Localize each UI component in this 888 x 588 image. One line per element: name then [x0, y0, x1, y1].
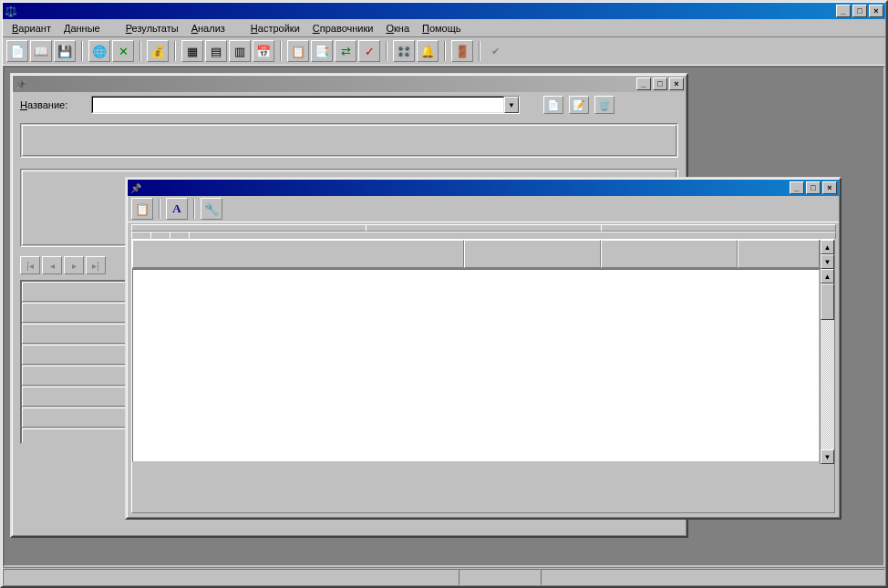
tb-exit[interactable]: 🚪 [451, 40, 473, 62]
col-header-end [601, 240, 738, 268]
text-scrollbar[interactable]: ▲ ▼ [820, 269, 834, 464]
loan-titlebar[interactable]: _ □ × [13, 76, 686, 92]
col-header-change [738, 240, 820, 268]
tb-transfer[interactable]: ⇄ [335, 40, 356, 62]
grid-header-name[interactable] [22, 282, 137, 302]
tab-efficiency[interactable] [189, 232, 836, 239]
status-indicator: ✔ [491, 46, 503, 57]
tb-excel[interactable]: ✕ [112, 40, 134, 62]
status-unit [459, 569, 541, 585]
menu-windows[interactable]: Окна [380, 22, 415, 35]
col-header-start [464, 240, 601, 268]
menu-settings[interactable]: Настройки [245, 22, 305, 35]
scroll-thumb[interactable] [821, 284, 834, 320]
tb-open[interactable]: 📖 [30, 40, 52, 62]
loan-details-group [20, 123, 678, 158]
fin-tb-font[interactable]: A [166, 198, 188, 220]
action-new-btn[interactable]: 📄 [543, 96, 563, 114]
app-icon: ⚖️ [5, 5, 17, 17]
menu-variant[interactable]: Вариант [6, 22, 57, 35]
nav-last[interactable]: ▸| [86, 256, 106, 274]
grid-row[interactable] [22, 324, 137, 344]
tb-calendar[interactable]: 📅 [253, 40, 274, 62]
menu-plan[interactable] [108, 27, 119, 29]
tb-alert[interactable]: 🔔 [417, 40, 439, 62]
tb-money[interactable]: 💰 [147, 40, 169, 62]
grid-row[interactable] [22, 428, 137, 444]
loan-close-button[interactable]: × [669, 77, 684, 90]
menubar: Вариант Данные Результаты Анализ Настрой… [3, 19, 885, 36]
menu-analysis[interactable]: Анализ [186, 22, 231, 35]
tab-balance[interactable] [366, 224, 601, 232]
tb-grid1[interactable]: ▦ [181, 40, 203, 62]
scroll-up-icon[interactable]: ▲ [821, 240, 834, 254]
nav-prev[interactable]: ◂ [42, 256, 62, 274]
scroll-down-icon[interactable]: ▼ [821, 254, 834, 269]
tb-options[interactable]: 🎛️ [393, 40, 415, 62]
tb-copy[interactable]: 📋 [287, 40, 309, 62]
fin-maximize-button[interactable]: □ [806, 181, 821, 194]
menu-refs[interactable]: Справочники [307, 22, 379, 35]
action-delete-btn[interactable]: 🗑️ [594, 96, 614, 114]
loan-minimize-button[interactable]: _ [636, 77, 651, 90]
tab-assets[interactable] [150, 232, 170, 239]
nav-next[interactable]: ▸ [64, 256, 84, 274]
tb-check[interactable]: ✓ [358, 40, 380, 62]
grid-row[interactable] [22, 345, 137, 365]
name-combo[interactable]: ▼ [91, 96, 520, 114]
tb-grid2[interactable]: ▤ [205, 40, 227, 62]
fin-tb-tool[interactable]: 🔧 [201, 198, 222, 220]
loan-maximize-button[interactable]: □ [653, 77, 667, 90]
tb-grid3[interactable]: ▥ [229, 40, 251, 62]
action-edit-btn[interactable]: 📝 [569, 96, 589, 114]
status-cell-right [541, 569, 885, 585]
main-titlebar: ⚖️ _ □ × [3, 3, 885, 19]
chevron-down-icon[interactable]: ▼ [504, 97, 519, 113]
tb-paste[interactable]: 📑 [311, 40, 333, 62]
main-window: ⚖️ _ □ × Вариант Данные Результаты Анали… [0, 0, 888, 588]
grid-row[interactable] [22, 407, 137, 428]
pushpin-icon [129, 181, 142, 194]
minimize-button[interactable]: _ [836, 5, 851, 17]
scroll-up-icon[interactable]: ▲ [821, 269, 834, 284]
close-button[interactable]: × [869, 5, 883, 17]
statusbar [3, 567, 885, 585]
grid-row[interactable] [22, 387, 137, 407]
mdi-area: _ □ × Название: ▼ 📄 📝 🗑️ [3, 66, 885, 567]
header-scrollbar[interactable]: ▲ ▼ [820, 240, 834, 269]
tab-results[interactable] [131, 232, 151, 239]
fin-titlebar[interactable]: _ □ × [128, 180, 839, 196]
maximize-button[interactable]: □ [852, 5, 867, 17]
status-cell-left [3, 569, 459, 585]
menu-data[interactable]: Данные [58, 22, 106, 35]
nav-first[interactable]: |◂ [20, 256, 40, 274]
tb-new[interactable]: 📄 [6, 40, 28, 62]
menu-results[interactable]: Результаты [120, 22, 184, 35]
scroll-down-icon[interactable]: ▼ [821, 449, 834, 464]
name-label: Название: [20, 99, 86, 110]
fin-close-button[interactable]: × [822, 181, 837, 194]
menu-help[interactable]: Помощь [417, 22, 467, 35]
grid-row[interactable] [22, 303, 137, 323]
fin-window: _ □ × 📋 A 🔧 [125, 177, 842, 520]
fin-minimize-button[interactable]: _ [790, 181, 804, 194]
tab-complex[interactable] [601, 224, 836, 232]
tb-world[interactable]: 🌐 [88, 40, 110, 62]
fin-tb-copy[interactable]: 📋 [131, 198, 153, 220]
pushpin-icon [15, 77, 27, 90]
tab-liabilities[interactable] [170, 232, 190, 239]
tb-save[interactable]: 💾 [54, 40, 76, 62]
analysis-text[interactable] [132, 269, 820, 462]
checkmark-icon: ✔ [491, 46, 500, 57]
toolbar: 📄 📖 💾 🌐 ✕ 💰 ▦ ▤ ▥ 📅 📋 📑 ⇄ ✓ 🎛️ 🔔 🚪 ✔ [3, 36, 885, 66]
col-header-name [132, 240, 464, 268]
grid-row[interactable] [22, 366, 137, 386]
tab-stability[interactable] [131, 224, 367, 232]
menu-reports[interactable] [232, 27, 243, 29]
